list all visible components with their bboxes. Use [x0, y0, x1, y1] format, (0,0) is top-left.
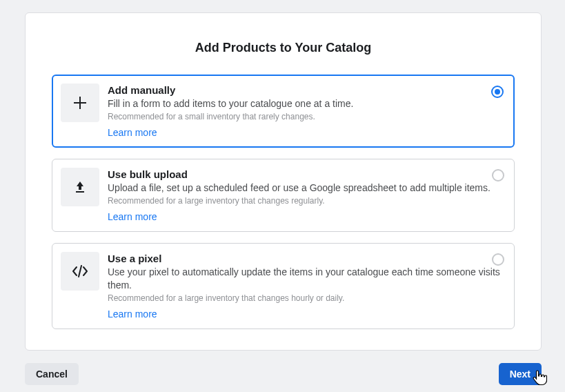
option-body: Use bulk upload Upload a file, set up a … [108, 168, 504, 223]
option-bulk-upload[interactable]: Use bulk upload Upload a file, set up a … [52, 159, 515, 232]
svg-rect-2 [76, 191, 84, 193]
option-body: Add manually Fill in a form to add items… [108, 84, 504, 139]
option-recommendation: Recommended for a large inventory that c… [108, 293, 504, 303]
next-button[interactable]: Next [499, 363, 542, 385]
option-recommendation: Recommended for a large inventory that c… [108, 196, 504, 206]
option-recommendation: Recommended for a small inventory that r… [108, 112, 504, 121]
radio-indicator[interactable] [491, 86, 504, 98]
option-description: Upload a file, set up a scheduled feed o… [108, 182, 504, 195]
option-description: Fill in a form to add items to your cata… [108, 97, 504, 110]
option-add-manually[interactable]: Add manually Fill in a form to add items… [52, 75, 515, 148]
cancel-button[interactable]: Cancel [25, 363, 79, 385]
learn-more-link[interactable]: Learn more [108, 127, 157, 138]
svg-line-3 [79, 266, 81, 277]
upload-icon [61, 168, 99, 206]
learn-more-link[interactable]: Learn more [108, 308, 157, 320]
radio-indicator[interactable] [492, 169, 504, 182]
learn-more-link[interactable]: Learn more [108, 211, 157, 222]
option-body: Use a pixel Use your pixel to automatica… [108, 252, 504, 320]
option-use-pixel[interactable]: Use a pixel Use your pixel to automatica… [52, 243, 515, 329]
plus-icon [61, 84, 99, 122]
page-title: Add Products to Your Catalog [52, 41, 515, 55]
code-icon [61, 252, 99, 291]
action-bar: Cancel Next [25, 363, 542, 385]
catalog-add-panel: Add Products to Your Catalog Add manuall… [25, 12, 542, 351]
option-title: Use a pixel [108, 253, 504, 264]
option-title: Use bulk upload [108, 168, 504, 180]
option-description: Use your pixel to automatically update t… [108, 266, 504, 292]
option-title: Add manually [108, 84, 504, 96]
radio-indicator[interactable] [492, 253, 504, 266]
